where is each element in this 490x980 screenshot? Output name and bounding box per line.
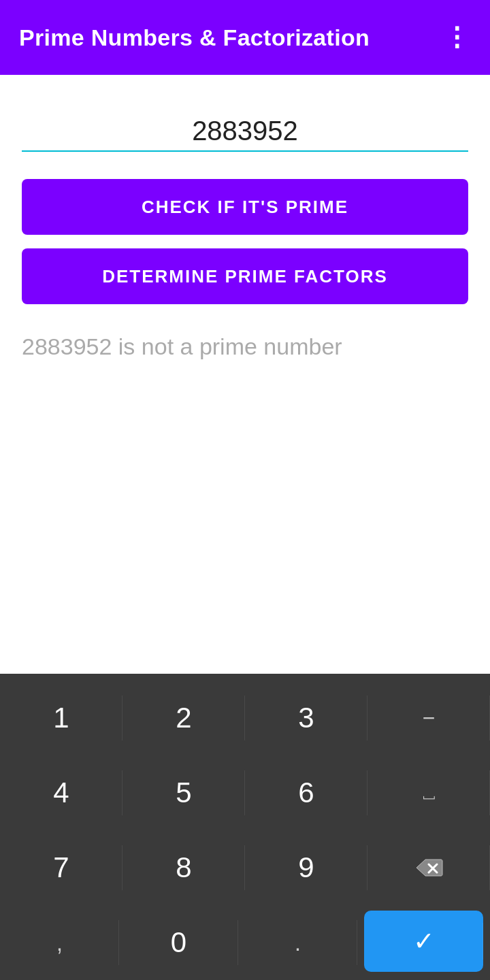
key-5[interactable]: 5 [122, 755, 245, 830]
done-key[interactable]: ✓ [364, 911, 483, 972]
app-bar: Prime Numbers & Factorization ⋮ [0, 0, 490, 75]
key-comma[interactable]: , [0, 905, 119, 980]
key-1[interactable]: 1 [0, 681, 122, 755]
key-dot[interactable]: . [238, 905, 357, 980]
main-content: CHECK IF IT'S PRIME DETERMINE PRIME FACT… [0, 75, 490, 674]
key-0[interactable]: 0 [119, 905, 238, 980]
keyboard-row-1: 1 2 3 − [0, 681, 490, 755]
checkmark-icon: ✓ [413, 926, 435, 956]
keyboard-row-2: 4 5 6 ⎵ [0, 755, 490, 830]
key-2[interactable]: 2 [122, 681, 245, 755]
overflow-menu-icon[interactable]: ⋮ [444, 24, 471, 50]
result-text: 2883952 is not a prime number [22, 331, 468, 361]
key-8[interactable]: 8 [122, 830, 245, 905]
key-7[interactable]: 7 [0, 830, 122, 905]
app-bar-title: Prime Numbers & Factorization [19, 24, 370, 51]
key-9[interactable]: 9 [245, 830, 368, 905]
key-tab[interactable]: ⎵ [368, 755, 490, 830]
keyboard-row-3: 7 8 9 [0, 830, 490, 905]
backspace-key[interactable] [368, 830, 490, 905]
key-6[interactable]: 6 [245, 755, 368, 830]
keyboard-rows: 1 2 3 − 4 5 6 ⎵ 7 8 9 [0, 681, 490, 980]
keyboard-row-4: , 0 . ✓ [0, 905, 490, 980]
keyboard: 1 2 3 − 4 5 6 ⎵ 7 8 9 [0, 674, 490, 980]
number-input[interactable] [22, 116, 468, 146]
key-3[interactable]: 3 [245, 681, 368, 755]
number-input-container [22, 116, 468, 152]
key-minus[interactable]: − [368, 681, 490, 755]
key-4[interactable]: 4 [0, 755, 122, 830]
check-prime-button[interactable]: CHECK IF IT'S PRIME [22, 179, 468, 235]
determine-factors-button[interactable]: DETERMINE PRIME FACTORS [22, 248, 468, 304]
